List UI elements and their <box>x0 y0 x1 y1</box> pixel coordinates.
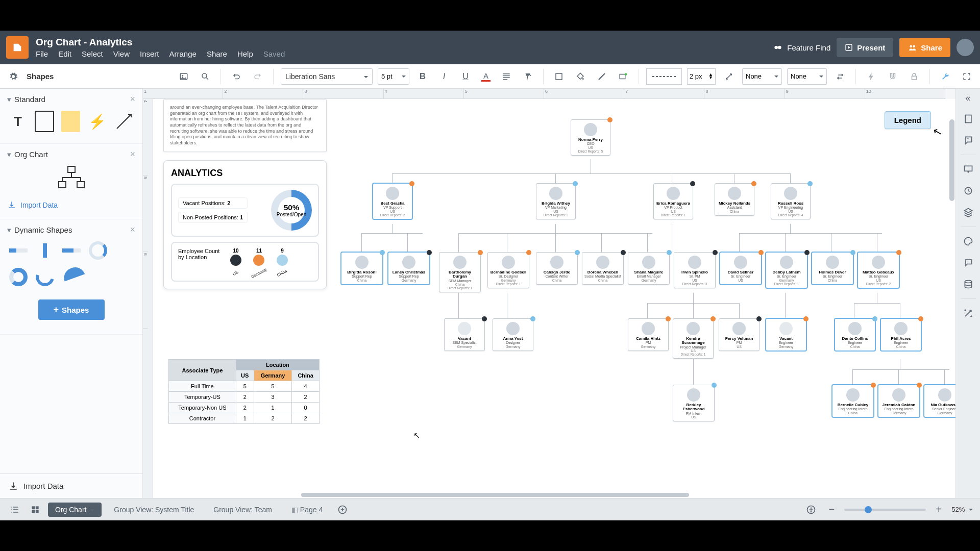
zoom-slider[interactable] <box>844 509 926 511</box>
collapse-panel-icon[interactable]: « <box>965 93 970 104</box>
org-node[interactable]: Laney ChristmasSupport RepGermany <box>388 252 430 285</box>
tab-page4[interactable]: ◧ Page 4 <box>284 503 330 517</box>
feature-find-button[interactable]: Feature Find <box>773 42 830 53</box>
text-color-icon[interactable]: A <box>479 68 493 85</box>
accessibility-icon[interactable] <box>803 502 819 517</box>
swap-arrows-icon[interactable] <box>832 68 848 85</box>
org-node[interactable]: Camila HintzPMGermany <box>628 318 669 351</box>
dynamic-section-header[interactable]: ▾Dynamic Shapes× <box>7 224 135 235</box>
dynamic-arc[interactable] <box>32 264 57 289</box>
layers-icon[interactable] <box>959 203 977 221</box>
menu-edit[interactable]: Edit <box>58 49 71 58</box>
org-node[interactable]: Bernelle CubleyEngineering InternChina <box>832 385 874 417</box>
line-width-select[interactable]: 2 px▲▼ <box>687 68 716 85</box>
import-data-link[interactable]: Import Data <box>7 196 135 214</box>
org-node[interactable]: Bernadine GodsellSr. DesignerGermanyDire… <box>487 252 529 288</box>
grid-view-icon[interactable] <box>28 502 43 517</box>
orgchart-section-header[interactable]: ▾Org Chart× <box>7 149 135 160</box>
wrench-icon[interactable] <box>937 68 953 85</box>
org-node[interactable]: David SellnerSr. EngineerUS <box>720 252 762 285</box>
connector-icon[interactable] <box>721 68 737 85</box>
dynamic-donut[interactable] <box>89 241 107 260</box>
dynamic-gauge[interactable] <box>61 264 85 281</box>
tab-group-system[interactable]: Group View: System Title <box>107 503 201 517</box>
align-icon[interactable] <box>498 68 514 85</box>
arrow-start-select[interactable]: None <box>742 68 782 85</box>
menu-insert[interactable]: Insert <box>140 49 159 58</box>
import-data-footer[interactable]: Import Data <box>0 473 142 498</box>
note-shape[interactable] <box>61 111 81 132</box>
font-select[interactable]: Liberation Sans <box>281 68 373 85</box>
font-size-select[interactable]: 5 pt <box>378 68 409 85</box>
dynamic-donut-fill[interactable] <box>9 268 28 286</box>
comments-icon[interactable]: "" <box>959 131 977 149</box>
org-node[interactable]: Russell RossVP EngineeringUSDirect Repor… <box>771 183 811 219</box>
org-node[interactable]: Nia GutkowskiSenior EngineerGermany <box>924 385 955 417</box>
action-icon[interactable] <box>863 68 879 85</box>
org-node[interactable]: Jeremiah OaktonEngineering InternGermany <box>878 385 920 417</box>
org-node[interactable]: Holmes DeverSr. EngineerChina <box>812 252 853 285</box>
scrollbar-horizontal[interactable] <box>301 492 720 498</box>
org-node[interactable]: Caleigh JerdeContent WriterChina <box>536 252 578 285</box>
list-view-icon[interactable] <box>7 502 22 517</box>
org-node[interactable]: Anna YostDesignerGermany <box>493 318 533 351</box>
org-node[interactable]: Phil AcresEngineerChina <box>880 318 921 351</box>
standard-section-header[interactable]: ▾Standard× <box>7 94 135 105</box>
user-avatar[interactable] <box>957 39 974 56</box>
magic-icon[interactable] <box>959 304 977 322</box>
magnet-icon[interactable] <box>885 68 901 85</box>
add-shapes-button[interactable]: +Shapes <box>38 299 105 320</box>
canvas[interactable]: 12345678910 456 around an ever-changing … <box>143 89 955 498</box>
org-node[interactable]: Birgitta RosoniSupport RepChina <box>341 252 383 285</box>
zoom-out-icon[interactable]: − <box>824 502 839 517</box>
org-node[interactable]: VacantEngineerGermany <box>766 318 806 351</box>
menu-share[interactable]: Share <box>207 49 227 58</box>
shapes-gear-icon[interactable] <box>5 68 21 85</box>
redo-icon[interactable] <box>250 68 266 85</box>
org-node[interactable]: Norma PerryCEOUSDirect Reports: 5 <box>571 119 610 156</box>
underline-icon[interactable]: U <box>457 68 474 85</box>
fullscreen-icon[interactable] <box>959 68 975 85</box>
line-style-select[interactable] <box>646 68 682 85</box>
org-node[interactable]: Irwin SpinelloSr. PMUSDirect Reports: 3 <box>674 252 716 288</box>
location-table[interactable]: Associate TypeLocation USGermanyChina Fu… <box>168 359 320 424</box>
menu-select[interactable]: Select <box>82 49 103 58</box>
org-node[interactable]: Brigida WitheyVP MarketingUSDirect Repor… <box>536 183 576 219</box>
org-node[interactable]: VacantSEM SpecialistGermany <box>444 318 485 351</box>
dynamic-hbar[interactable] <box>9 248 28 253</box>
bold-icon[interactable]: B <box>414 68 431 85</box>
paint-icon[interactable] <box>959 232 977 251</box>
close-icon[interactable]: × <box>130 149 135 160</box>
present-panel-icon[interactable] <box>959 160 977 179</box>
org-node[interactable]: Berkley EsherwoodPM InternUS <box>673 385 715 421</box>
org-node[interactable]: Mickey NeilandsAssistantChina <box>715 183 754 216</box>
arrow-shape[interactable] <box>114 111 134 132</box>
zoom-percent[interactable]: 52% <box>951 506 973 513</box>
zoom-in-icon[interactable]: + <box>931 502 946 517</box>
menu-arrange[interactable]: Arrange <box>169 49 197 58</box>
org-node[interactable]: Debby LathemSr. EngineerGermanyDirect Re… <box>766 252 807 288</box>
org-node[interactable]: Erica RomagueraVP ProductUSDirect Report… <box>653 183 693 219</box>
menu-file[interactable]: File <box>36 49 48 58</box>
app-icon[interactable] <box>6 36 29 59</box>
lock-icon[interactable] <box>906 68 922 85</box>
search-icon[interactable] <box>197 68 213 85</box>
fill-bucket-icon[interactable] <box>572 68 589 85</box>
history-icon[interactable] <box>959 182 977 200</box>
org-node[interactable]: Kendra ScrammageProject ManagerUSDirect … <box>673 318 714 359</box>
database-icon[interactable] <box>959 275 977 293</box>
org-node[interactable]: Percy VeltmanPMUS <box>719 318 760 351</box>
italic-icon[interactable]: I <box>436 68 452 85</box>
share-button[interactable]: Share <box>899 38 950 57</box>
dynamic-vbar[interactable] <box>43 243 47 258</box>
undo-icon[interactable] <box>228 68 244 85</box>
description-note[interactable]: around an ever-changing employee base. T… <box>163 99 327 152</box>
menu-help[interactable]: Help <box>237 49 253 58</box>
arrow-end-select[interactable]: None <box>787 68 827 85</box>
close-icon[interactable]: × <box>130 94 135 105</box>
text-shape[interactable]: T <box>8 111 28 132</box>
org-node[interactable]: Shana MaguireEmail ManagerGermany <box>628 252 670 285</box>
legend-button[interactable]: Legend <box>885 111 931 129</box>
line-color-icon[interactable] <box>594 68 610 85</box>
org-node[interactable]: Best GrashaVP SupportUSDirect Reports: 2 <box>373 183 412 219</box>
